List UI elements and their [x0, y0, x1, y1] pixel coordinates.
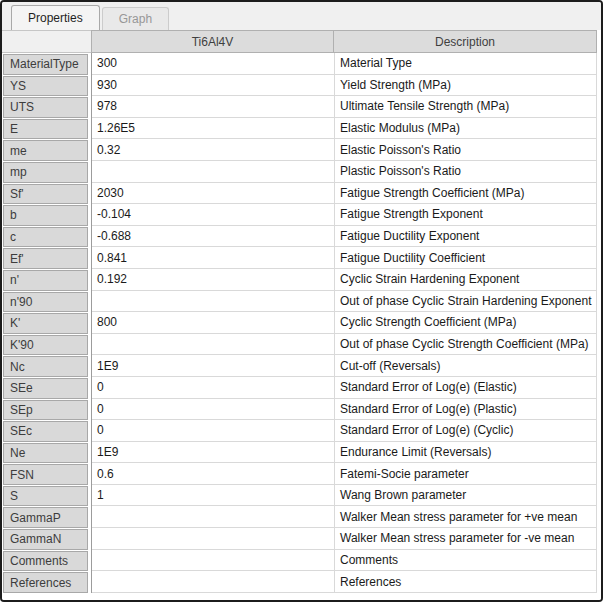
row-header-cell[interactable]: References	[3, 572, 88, 593]
row-header-cell[interactable]: YS	[3, 76, 88, 97]
description-cell: Standard Error of Log(e) (Cyclic)	[335, 420, 597, 442]
row-header-cell[interactable]: FSN	[3, 464, 88, 485]
value-cell[interactable]: 978	[92, 96, 335, 118]
value-cell[interactable]: -0.688	[92, 226, 335, 248]
table-row: Nc1E9Cut-off (Reversals)	[2, 355, 597, 377]
value-cell[interactable]	[92, 506, 335, 528]
row-header-gutter: GammaP	[2, 506, 92, 528]
row-header-cell[interactable]: GammaP	[3, 507, 88, 528]
row-header-gutter: YS	[2, 75, 92, 97]
row-header-gutter: S	[2, 485, 92, 507]
row-header-gutter: SEp	[2, 399, 92, 421]
row-header-gutter: References	[2, 571, 92, 593]
description-cell: References	[335, 571, 597, 593]
value-cell[interactable]: 2030	[92, 183, 335, 205]
description-cell: Elastic Modulus (MPa)	[335, 118, 597, 140]
value-cell[interactable]	[92, 161, 335, 183]
row-header-cell[interactable]: SEp	[3, 400, 88, 421]
row-header-cell[interactable]: S	[3, 486, 88, 507]
value-cell[interactable]	[92, 528, 335, 550]
row-header-cell[interactable]: SEc	[3, 421, 88, 442]
value-cell[interactable]: 1.26E5	[92, 118, 335, 140]
table-row: GammaPWalker Mean stress parameter for +…	[2, 506, 597, 528]
value-cell[interactable]: 1	[92, 485, 335, 507]
row-header-cell[interactable]: me	[3, 140, 88, 161]
description-cell: Ultimate Tensile Strength (MPa)	[335, 96, 597, 118]
description-cell: Material Type	[335, 53, 597, 75]
row-header-cell[interactable]: Nc	[3, 356, 88, 377]
row-header-cell[interactable]: n'	[3, 270, 88, 291]
row-header-cell[interactable]: K'	[3, 313, 88, 334]
row-header-gutter: n'90	[2, 291, 92, 313]
row-header-cell[interactable]: Ef'	[3, 248, 88, 269]
row-header-cell[interactable]: GammaN	[3, 529, 88, 550]
value-cell[interactable]: 1E9	[92, 355, 335, 377]
table-row: FSN0.6Fatemi-Socie parameter	[2, 463, 597, 485]
description-cell: Walker Mean stress parameter for +ve mea…	[335, 506, 597, 528]
row-header-cell[interactable]: mp	[3, 162, 88, 183]
value-cell[interactable]: -0.104	[92, 204, 335, 226]
row-header-cell[interactable]: Sf'	[3, 184, 88, 205]
value-cell[interactable]: 930	[92, 75, 335, 97]
row-header-gutter: UTS	[2, 96, 92, 118]
table-row: Sf'2030Fatigue Strength Coefficient (MPa…	[2, 183, 597, 205]
description-cell: Comments	[335, 550, 597, 572]
row-header-cell[interactable]: c	[3, 227, 88, 248]
value-cell[interactable]: 0.32	[92, 139, 335, 161]
description-cell: Fatigue Ductility Coefficient	[335, 247, 597, 269]
value-cell[interactable]: 0	[92, 420, 335, 442]
value-cell[interactable]	[92, 550, 335, 572]
row-header-cell[interactable]: MaterialType	[3, 54, 88, 75]
value-cell[interactable]	[92, 571, 335, 593]
row-header-gutter: b	[2, 204, 92, 226]
row-header-gutter: FSN	[2, 463, 92, 485]
table-row: MaterialType300Material Type	[2, 53, 597, 75]
value-cell[interactable]: 0.6	[92, 463, 335, 485]
table-row: UTS978Ultimate Tensile Strength (MPa)	[2, 96, 597, 118]
row-header-gutter: SEc	[2, 420, 92, 442]
value-cell[interactable]: 1E9	[92, 442, 335, 464]
row-header-gutter: me	[2, 139, 92, 161]
row-header-cell[interactable]: UTS	[3, 97, 88, 118]
value-cell[interactable]: 0.192	[92, 269, 335, 291]
row-header-gutter: Ef'	[2, 247, 92, 269]
tab-properties[interactable]: Properties	[11, 5, 100, 30]
value-cell[interactable]: 300	[92, 53, 335, 75]
row-header-gutter: Sf'	[2, 183, 92, 205]
table-row: mpPlastic Poisson's Ratio	[2, 161, 597, 183]
table-row: E1.26E5Elastic Modulus (MPa)	[2, 118, 597, 140]
column-header-material[interactable]: Ti6Al4V	[91, 30, 334, 53]
table-row: n'0.192Cyclic Strain Hardening Exponent	[2, 269, 597, 291]
tab-graph[interactable]: Graph	[102, 7, 169, 30]
value-cell[interactable]: 0	[92, 399, 335, 421]
description-cell: Out of phase Cyclic Strength Coefficient…	[335, 334, 597, 356]
row-header-gutter: Comments	[2, 550, 92, 572]
column-header-description[interactable]: Description	[333, 30, 597, 53]
table-row: CommentsComments	[2, 550, 597, 572]
table-row: YS930Yield Strength (MPa)	[2, 75, 597, 97]
table-row: K'800Cyclic Strength Coefficient (MPa)	[2, 312, 597, 334]
value-cell[interactable]: 800	[92, 312, 335, 334]
row-header-cell[interactable]: E	[3, 119, 88, 140]
value-cell[interactable]: 0.841	[92, 247, 335, 269]
row-header-cell[interactable]: b	[3, 205, 88, 226]
row-header-cell[interactable]: Comments	[3, 551, 88, 572]
table-row: SEe0Standard Error of Log(e) (Elastic)	[2, 377, 597, 399]
description-cell: Fatigue Strength Coefficient (MPa)	[335, 183, 597, 205]
table-corner-cell[interactable]	[2, 30, 92, 53]
row-header-cell[interactable]: K'90	[3, 335, 88, 356]
description-cell: Cyclic Strain Hardening Exponent	[335, 269, 597, 291]
row-header-gutter: SEe	[2, 377, 92, 399]
row-header-cell[interactable]: SEe	[3, 378, 88, 399]
row-header-gutter: GammaN	[2, 528, 92, 550]
table-row: b-0.104Fatigue Strength Exponent	[2, 204, 597, 226]
table-row: Ef'0.841Fatigue Ductility Coefficient	[2, 247, 597, 269]
row-header-cell[interactable]: Ne	[3, 443, 88, 464]
value-cell[interactable]: 0	[92, 377, 335, 399]
row-header-cell[interactable]: n'90	[3, 292, 88, 313]
table-row: c-0.688Fatigue Ductility Exponent	[2, 226, 597, 248]
table-row: ReferencesReferences	[2, 571, 597, 593]
table-header-row: Ti6Al4V Description	[2, 30, 597, 53]
value-cell[interactable]	[92, 291, 335, 313]
value-cell[interactable]	[92, 334, 335, 356]
